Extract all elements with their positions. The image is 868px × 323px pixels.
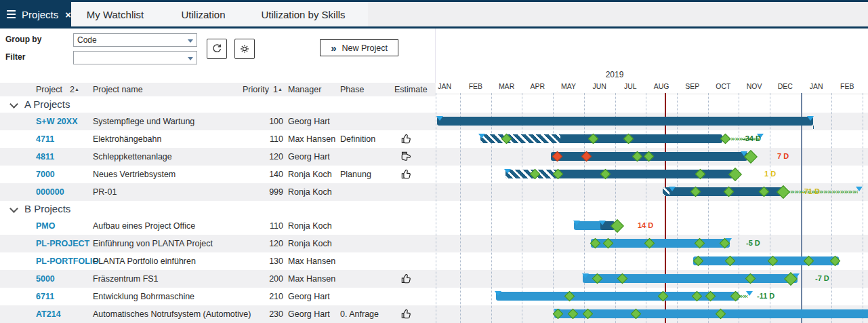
month-gridline xyxy=(646,93,646,323)
project-name: PLANTA Portfolio einführen xyxy=(93,256,196,266)
gantt-bar[interactable] xyxy=(437,117,813,126)
priority-value: 200 xyxy=(241,274,283,284)
sort-indicator-priority: 1▲ xyxy=(273,85,283,94)
month-gridline xyxy=(739,93,739,323)
gantt-bar[interactable] xyxy=(496,292,739,301)
group-by-label: Group by xyxy=(5,35,41,44)
timeline-year-label: 2019 xyxy=(594,70,635,79)
gantt-bar[interactable] xyxy=(583,274,798,283)
project-code-link[interactable]: 4811 xyxy=(36,152,54,162)
priority-value: 100 xyxy=(241,117,283,126)
menu-icon[interactable] xyxy=(7,8,16,20)
tab-utilization-by-skills[interactable]: Utilization by Skills xyxy=(247,2,359,26)
month-gridline xyxy=(615,93,616,323)
month-label: SEP xyxy=(682,82,703,90)
filter-label: Filter xyxy=(5,52,25,62)
col-estimate[interactable]: Estimate xyxy=(394,85,428,94)
col-project-name[interactable]: Project name xyxy=(93,85,143,94)
bar-end-tick xyxy=(813,126,814,129)
date-marker-icon xyxy=(573,221,580,225)
thumb-up-icon xyxy=(400,132,413,145)
priority-value: 130 xyxy=(241,256,283,266)
month-gridline xyxy=(522,93,522,323)
project-name: Systempflege und Wartung xyxy=(93,117,194,126)
priority-value: 140 xyxy=(241,170,283,179)
priority-value: 120 xyxy=(241,152,283,162)
month-gridline xyxy=(553,93,554,323)
month-gridline xyxy=(831,93,832,323)
date-marker-icon xyxy=(599,221,606,225)
project-code-link[interactable]: 000000 xyxy=(36,187,64,197)
col-manager[interactable]: Manager xyxy=(288,85,321,94)
settings-button[interactable] xyxy=(234,39,255,59)
col-phase[interactable]: Phase xyxy=(340,85,364,94)
group-toggle[interactable] xyxy=(9,100,18,109)
month-label: APR xyxy=(526,82,548,90)
priority-value: 230 xyxy=(241,309,283,319)
new-project-button[interactable]: » New Project xyxy=(320,39,398,56)
delay-arrows: »»»»»»»»»»»»»»»»»»»»»» xyxy=(786,187,858,196)
new-project-label: New Project xyxy=(342,43,387,53)
project-name: Einführung von PLANTA Project xyxy=(93,239,213,248)
thumb-up-icon xyxy=(400,272,413,285)
manager-value: Max Hansen xyxy=(288,256,335,266)
project-name: Schleppkettenanlage xyxy=(93,152,172,162)
buffer-label: -71 D xyxy=(802,187,820,196)
priority-value: 999 xyxy=(241,187,283,197)
date-marker-icon xyxy=(582,273,589,278)
tab-utilization[interactable]: Utilization xyxy=(165,2,242,26)
group-by-select[interactable]: Code xyxy=(73,33,197,47)
date-marker-icon xyxy=(856,187,863,191)
project-code-link[interactable]: 4711 xyxy=(36,134,54,144)
project-code-link[interactable]: PMO xyxy=(36,221,55,231)
manager-value: Ronja Koch xyxy=(288,239,332,248)
buffer-label: -5 D xyxy=(746,239,760,248)
month-label: JUN xyxy=(589,82,611,90)
thumb-up-icon xyxy=(400,307,413,320)
buffer-label: 7 D xyxy=(777,152,789,161)
phase-value: Planung xyxy=(340,170,371,179)
project-code-link[interactable]: S+W 20XX xyxy=(36,117,78,126)
gear-icon xyxy=(239,43,251,55)
project-code-link[interactable]: 5000 xyxy=(36,274,55,284)
month-label: DEC xyxy=(774,82,796,90)
buffer-label: -34 D xyxy=(743,134,761,143)
table-header xyxy=(0,83,436,96)
tab-label: Utilization by Skills xyxy=(261,9,345,20)
refresh-button[interactable] xyxy=(207,39,227,59)
tab-my-watchlist[interactable]: My Watchlist xyxy=(75,2,156,26)
col-project[interactable]: Project xyxy=(36,85,62,94)
project-code-link[interactable]: PL-PORTFOLIO xyxy=(36,256,99,266)
priority-value: 110 xyxy=(241,221,283,231)
manager-value: Max Hansen xyxy=(288,274,335,284)
month-gridline xyxy=(460,93,461,323)
month-label: FEB xyxy=(465,82,487,90)
manager-value: Ronja Koch xyxy=(288,170,332,179)
close-icon[interactable]: × xyxy=(65,9,71,20)
month-label: NOV xyxy=(743,82,765,90)
group-toggle[interactable] xyxy=(9,204,18,213)
tab-label: My Watchlist xyxy=(87,9,144,20)
project-code-link[interactable]: 7000 xyxy=(36,170,55,179)
filter-select[interactable] xyxy=(73,51,197,64)
not-yet-released-segment xyxy=(480,134,560,143)
project-name: Automatisches Notrufsystem (Automotive) xyxy=(93,309,251,319)
project-code-link[interactable]: AT214 xyxy=(36,309,61,319)
gantt-bar[interactable] xyxy=(693,256,839,265)
tab-projects[interactable]: Projects × xyxy=(0,0,71,28)
double-chevron-icon: » xyxy=(331,43,336,53)
phase-value: Definition xyxy=(340,134,375,144)
col-priority[interactable]: Priority xyxy=(243,85,269,94)
month-gridline xyxy=(708,93,709,323)
month-label: JAN xyxy=(806,82,827,90)
date-marker-icon xyxy=(495,291,501,296)
project-name: Entwicklung Bohrmaschine xyxy=(93,292,194,301)
project-name: Aufbau eines Project Office xyxy=(93,221,195,231)
project-name: Fräszentrum FS1 xyxy=(93,274,159,284)
date-marker-icon xyxy=(807,116,814,121)
project-code-link[interactable]: PL-PROJECT xyxy=(36,239,89,248)
project-code-link[interactable]: 6711 xyxy=(36,292,54,301)
month-label: AUG xyxy=(650,82,672,90)
gantt-bar[interactable] xyxy=(554,309,868,318)
manager-value: Ronja Koch xyxy=(288,187,332,197)
